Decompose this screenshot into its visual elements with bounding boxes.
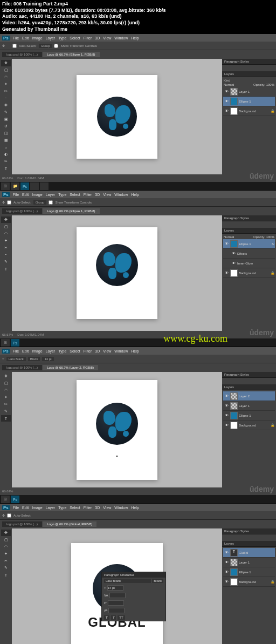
blend-mode[interactable]: Normal <box>224 235 234 239</box>
layer-row-innerglow[interactable]: 👁 Inner Glow <box>223 259 275 268</box>
menu-view[interactable]: View <box>103 349 111 353</box>
font-size-input[interactable] <box>107 585 123 591</box>
bold-button[interactable]: T <box>104 615 109 620</box>
scale-input[interactable] <box>108 600 124 606</box>
type-tool[interactable]: T <box>1 165 11 172</box>
tab-logo-active[interactable]: Logo @ 66.7% (Ellipse 1, RGB/8) <box>43 208 99 214</box>
tracking-input[interactable] <box>109 593 126 598</box>
menu-window[interactable]: Window <box>114 506 128 510</box>
menu-help[interactable]: Help <box>131 349 139 353</box>
menu-help[interactable]: Help <box>131 506 139 510</box>
type-tool[interactable]: T <box>1 572 11 578</box>
wand-tool[interactable]: ✦ <box>1 238 11 244</box>
lasso-tool[interactable]: ◠ <box>1 231 11 237</box>
menu-filter[interactable]: Filter <box>84 506 92 510</box>
layers-tab[interactable]: Layers <box>222 384 276 390</box>
menu-view[interactable]: View <box>103 193 111 196</box>
visibility-icon[interactable]: 👁 <box>224 403 229 409</box>
visibility-icon[interactable]: 👁 <box>231 251 236 256</box>
taskbar-item[interactable]: 📁 <box>11 182 19 190</box>
paragraph-styles-tab[interactable]: Paragraph Styles <box>222 59 276 65</box>
layer-row-ellipse1[interactable]: 👁 Ellipse 1 <box>223 567 275 577</box>
healing-tool[interactable]: ✚ <box>1 102 11 109</box>
eraser-tool[interactable]: ◫ <box>1 130 11 137</box>
tab-logo-active[interactable]: Logo @ 66.7% (Ellipse 1, RGB/8) <box>43 52 99 57</box>
move-tool[interactable]: ✥ <box>1 216 11 223</box>
menu-3d[interactable]: 3D <box>95 36 100 40</box>
tab-logo-psd[interactable]: logo.psd @ 100% (...) <box>2 208 42 214</box>
layers-tab[interactable]: Layers <box>222 71 276 77</box>
tab-logo-active[interactable]: Logo @ 66.7% (Layer 2, RGB/8) <box>43 365 98 370</box>
menu-layer[interactable]: Layer <box>46 349 56 353</box>
menu-image[interactable]: Image <box>32 506 42 510</box>
zoom-level[interactable]: 66.67% <box>2 177 13 180</box>
menu-image[interactable]: Image <box>32 36 42 40</box>
type-tool[interactable]: T <box>1 266 11 272</box>
crop-tool[interactable]: ✂ <box>1 401 11 408</box>
canvas-area[interactable] <box>12 59 222 174</box>
menu-type[interactable]: Type <box>58 506 66 510</box>
menu-filter[interactable]: Filter <box>84 193 92 196</box>
showtransform-checkbox[interactable] <box>49 200 53 205</box>
font-family-field[interactable]: Lato Black <box>104 579 151 583</box>
brush-tool[interactable]: ✎ <box>1 408 11 415</box>
tab-logo-psd[interactable]: logo.psd @ 100% (...) <box>2 521 42 527</box>
crop-tool[interactable]: ✂ <box>1 558 11 564</box>
menu-file[interactable]: File <box>13 506 19 510</box>
menu-edit[interactable]: Edit <box>22 506 29 510</box>
visibility-icon[interactable]: 👁 <box>224 270 229 276</box>
italic-button[interactable]: T <box>111 615 116 620</box>
layer-row-ellipse1[interactable]: 👁 Ellipse 1 fx <box>223 239 275 249</box>
crop-tool[interactable]: ✂ <box>1 245 11 251</box>
layer-row-background[interactable]: 👁 Background 🔒 <box>223 421 275 430</box>
layer-row-layer2[interactable]: 👁 Layer 2 <box>223 391 275 401</box>
taskbar-item[interactable] <box>40 182 49 190</box>
lasso-tool[interactable]: ◠ <box>1 387 11 394</box>
marquee-tool[interactable]: ▢ <box>1 380 11 387</box>
visibility-icon[interactable]: 👁 <box>224 579 229 585</box>
stamp-tool[interactable]: ▣ <box>1 116 11 123</box>
canvas-area[interactable]: GLOBAL Paragraph Character Lato BlackBla… <box>12 528 222 644</box>
tab-logo-psd[interactable]: logo.psd @ 100% (...) <box>2 365 42 370</box>
history-tool[interactable]: ↺ <box>1 123 11 130</box>
menu-type[interactable]: Type <box>58 349 66 353</box>
menu-edit[interactable]: Edit <box>22 193 29 196</box>
visibility-icon[interactable]: 👁 <box>231 261 236 266</box>
caps-button[interactable]: TT <box>118 615 125 620</box>
menu-file[interactable]: File <box>13 193 19 196</box>
eyedropper-tool[interactable]: ⁃ <box>1 252 11 258</box>
menu-help[interactable]: Help <box>131 193 139 196</box>
menu-file[interactable]: File <box>13 36 19 40</box>
tab-logo-psd[interactable]: logo.psd @ 100% (...) <box>2 52 42 57</box>
layers-tab[interactable]: Layers <box>222 228 276 234</box>
wand-tool[interactable]: ✦ <box>1 551 11 557</box>
layer-row-background[interactable]: 👁 Background 🔒 <box>223 268 275 278</box>
menu-window[interactable]: Window <box>114 193 128 196</box>
pen-tool[interactable]: ✑ <box>1 158 11 165</box>
start-icon[interactable]: ⊞ <box>1 496 10 503</box>
layers-tab[interactable]: Layers <box>222 541 276 547</box>
menu-help[interactable]: Help <box>131 36 139 40</box>
canvas-area[interactable] <box>12 372 222 487</box>
menu-select[interactable]: Select <box>70 36 80 40</box>
menu-filter[interactable]: Filter <box>84 349 92 353</box>
blur-tool[interactable]: ○ <box>1 144 11 151</box>
taskbar-item[interactable]: Ps <box>20 182 29 190</box>
font-style[interactable]: Black <box>28 357 40 361</box>
layer-row-ellipse1[interactable]: 👁 Ellipse 1 <box>223 411 275 421</box>
brush-tool[interactable]: ✎ <box>1 565 11 571</box>
lasso-tool[interactable]: ◠ <box>1 74 11 80</box>
menu-window[interactable]: Window <box>114 349 128 353</box>
layer-row-layer1[interactable]: 👁 Layer 1 <box>223 87 275 97</box>
visibility-icon[interactable]: 👁 <box>224 89 229 94</box>
font-family[interactable]: Lato Black <box>6 357 26 361</box>
taskbar-item[interactable]: Ps <box>11 496 19 503</box>
autoselect-checkbox[interactable] <box>7 513 11 518</box>
layer-row-ellipse1[interactable]: 👁 Ellipse 1 <box>223 97 275 106</box>
start-icon[interactable]: ⊞ <box>1 182 10 190</box>
menu-layer[interactable]: Layer <box>46 193 56 196</box>
group-dropdown[interactable]: Group <box>33 200 47 205</box>
marquee-tool[interactable]: ▢ <box>1 223 11 230</box>
layer-row-effects[interactable]: 👁 Effects <box>223 249 275 259</box>
type-tool[interactable]: T <box>1 415 11 422</box>
